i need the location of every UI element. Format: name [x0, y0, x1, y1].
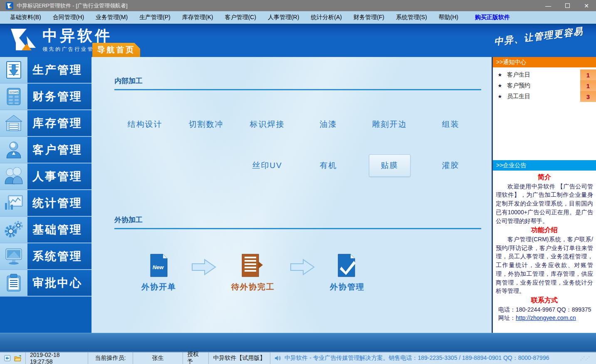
status-license: 中异软件【试用版】: [209, 352, 270, 364]
menu-stats[interactable]: 统计分析(A): [305, 11, 348, 24]
outsource-manage[interactable]: 外协管理: [330, 253, 365, 292]
process-assembly[interactable]: 组装: [440, 114, 462, 135]
menu-business[interactable]: 业务管理(M): [90, 11, 134, 24]
website-link[interactable]: http://zhongyee.com.cn: [516, 314, 576, 321]
sidebar-item-hr[interactable]: 人事管理: [0, 163, 92, 190]
brand-logo-icon: [10, 27, 37, 52]
sidebar-item-base[interactable]: 基础管理: [0, 217, 92, 243]
sidebar-filler: [0, 297, 92, 333]
process-silkscreen-uv[interactable]: 丝印UV: [250, 155, 284, 176]
menu-system[interactable]: 系统管理(S): [390, 11, 433, 24]
menu-finance[interactable]: 财务管理(F): [348, 11, 390, 24]
brand-name: 中异软件: [42, 27, 133, 45]
star-icon: ★: [493, 94, 507, 99]
menu-production[interactable]: 生产管理(P): [134, 11, 176, 24]
title-bar: 中异标识ERP管理软件 - [广告行业管理领航者] — ✕: [0, 0, 596, 11]
process-sign-welding[interactable]: 标识焊接: [247, 114, 287, 135]
notify-item-customer-birthday[interactable]: ★ 客户生日 1: [493, 69, 596, 80]
process-film[interactable]: 贴膜: [369, 154, 411, 177]
star-icon: ★: [493, 72, 507, 78]
svg-text:12345: 12345: [9, 90, 19, 94]
menu-customer[interactable]: 客户管理(C): [219, 11, 262, 24]
outsource-flow: New 外协开单: [141, 253, 481, 292]
menu-basic-data[interactable]: 基础资料(B): [4, 11, 47, 24]
manage-doc-icon: [336, 253, 359, 277]
minimize-button[interactable]: —: [539, 0, 558, 11]
status-operator-label: 当前操作员:: [88, 352, 133, 364]
exit-icon[interactable]: [4, 355, 11, 362]
outsource-pending-complete[interactable]: 待外协完工: [231, 253, 275, 292]
process-structure-design[interactable]: 结构设计: [125, 114, 165, 135]
sidebar-item-label: 基础管理: [27, 217, 92, 243]
inventory-icon: [0, 110, 27, 136]
status-bar: 2019-02-18 19:27:58 当前操作员: 张生 授权予 中异软件【试…: [0, 352, 596, 364]
menu-hr[interactable]: 人事管理(R): [262, 11, 305, 24]
notify-center-header: >>通知中心: [493, 57, 596, 67]
approval-icon: [0, 270, 27, 296]
hr-icon: [0, 163, 27, 189]
open-folder-icon[interactable]: [14, 355, 21, 362]
sidebar-item-label: 客户管理: [27, 137, 92, 163]
tab-nav-home[interactable]: 导航首页: [92, 43, 140, 57]
notify-count-badge: 1: [580, 69, 596, 80]
site-label: 网址：: [498, 314, 516, 321]
notify-item-employee-birthday[interactable]: ★ 员工生日 3: [493, 91, 596, 102]
bottom-band: [0, 333, 596, 352]
notify-count-badge: 3: [580, 91, 596, 102]
production-icon: [0, 57, 27, 83]
process-acrylic[interactable]: 有机: [317, 155, 340, 176]
sidebar-item-approval[interactable]: 审批中心: [0, 270, 92, 297]
status-marquee-text: 中异软件 - 专业广告传媒管理解决方案。销售电话：189-2235-3305 /…: [284, 354, 549, 362]
sidebar-item-label: 人事管理: [27, 163, 92, 189]
status-auth-label: 授权予: [183, 352, 209, 364]
process-cutting-punch[interactable]: 切割数冲: [186, 114, 226, 135]
sidebar-item-label: 审批中心: [27, 270, 92, 296]
menu-help[interactable]: 帮助(H): [433, 11, 464, 24]
flow-arrow-icon: [289, 258, 316, 276]
brand-slogan: 中异、让管理更容易: [493, 25, 584, 48]
process-glue[interactable]: 灌胶: [440, 155, 462, 176]
sidebar-item-finance[interactable]: 12345 财务管理: [0, 84, 92, 110]
menu-bar: 基础资料(B) 合同管理(H) 业务管理(M) 生产管理(P) 库存管理(K) …: [0, 11, 596, 24]
internal-process-grid: 结构设计 切割数冲 标识焊接 油漆 雕刻开边 组装 丝印UV 有机 贴膜 灌胶: [114, 114, 481, 177]
notify-item-customer-appointment[interactable]: ★ 客户预约 1: [493, 80, 596, 91]
sidebar-item-label: 生产管理: [27, 57, 92, 83]
resize-grip[interactable]: ⋰⋰: [580, 356, 590, 361]
announcement-header: >>企业公告: [493, 160, 596, 171]
notify-count-badge: 1: [580, 80, 596, 91]
process-paint[interactable]: 油漆: [317, 114, 340, 135]
app-header: 中异软件 领先的广告行业管理软件研发商 中异、让管理更容易 导航首页: [0, 24, 596, 57]
close-button[interactable]: ✕: [577, 0, 596, 11]
process-engraving[interactable]: 雕刻开边: [370, 114, 410, 135]
menu-inventory[interactable]: 库存管理(K): [176, 11, 219, 24]
app-logo-icon: [6, 2, 13, 10]
gears-icon: [0, 217, 27, 243]
sidebar-item-stats[interactable]: 统计管理: [0, 190, 92, 217]
sidebar-item-label: 财务管理: [27, 84, 92, 109]
system-icon: [0, 243, 27, 269]
contact-phone: 电话：180-2244-9967 QQ：899375: [496, 305, 593, 314]
app-window: 中异标识ERP管理软件 - [广告行业管理领航者] — ✕ 基础资料(B) 合同…: [0, 0, 596, 364]
section-outsource-title: 外协加工: [114, 215, 481, 229]
sidebar-item-production[interactable]: 生产管理: [0, 57, 92, 84]
announcement-features-title: 功能介绍: [496, 225, 593, 235]
svg-text:New: New: [153, 264, 164, 270]
announcement-intro-title: 简介: [496, 172, 593, 182]
section-internal-title: 内部加工: [114, 76, 481, 90]
announcement-body: 简介 欢迎使用中异软件 【广告公司管理软件】，为广告加工制作企业量身定制开发的企…: [493, 171, 596, 333]
stats-icon: [0, 190, 27, 216]
right-panel: >>通知中心 ★ 客户生日 1 ★ 客户预约 1 ★ 员工生日 3 >: [492, 57, 596, 333]
sidebar-item-customer[interactable]: 客户管理: [0, 137, 92, 163]
buy-genuine-link[interactable]: 购买正版软件: [469, 11, 516, 24]
sidebar-item-label: 库存管理: [27, 110, 92, 136]
sidebar-item-inventory[interactable]: 库存管理: [0, 110, 92, 137]
announcement-intro-text: 欢迎使用中异软件 【广告公司管理软件】，为广告加工制作企业量身定制开发的企业管理…: [496, 182, 593, 225]
status-datetime: 2019-02-18 19:27:58: [26, 352, 88, 364]
flow-arrow-icon: [190, 258, 217, 276]
sidebar-item-system[interactable]: 系统管理: [0, 243, 92, 270]
maximize-button[interactable]: [558, 0, 577, 11]
outsource-new-order[interactable]: New 外协开单: [141, 253, 176, 292]
menu-contract[interactable]: 合同管理(H): [47, 11, 90, 24]
maximize-icon: [565, 3, 570, 8]
sidebar-item-label: 系统管理: [27, 243, 92, 269]
